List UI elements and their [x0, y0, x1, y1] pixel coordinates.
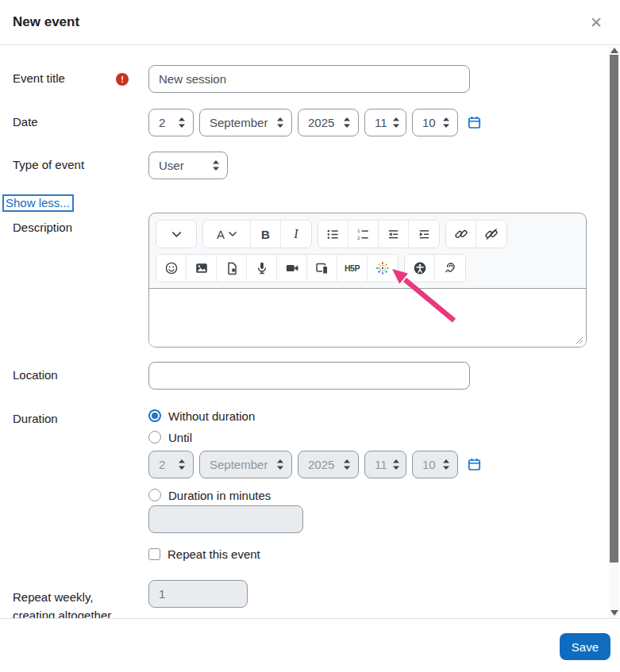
starburst-plugin-button[interactable] [368, 255, 398, 282]
show-less-link[interactable]: Show less... [2, 194, 74, 212]
event-title-input[interactable] [148, 65, 470, 93]
expand-toolbar-button[interactable] [156, 221, 196, 248]
chevron-down-icon [229, 232, 237, 237]
starburst-plugin-icon [375, 261, 390, 275]
font-menu-label: A [217, 228, 225, 241]
ear-icon [443, 261, 457, 275]
unlink-button[interactable] [476, 221, 506, 248]
modal-body: Event title ! Date 2 September 2025 [0, 45, 620, 618]
indent-button[interactable] [409, 221, 439, 248]
record-screen-button[interactable] [307, 255, 337, 282]
record-audio-button[interactable] [247, 255, 277, 282]
media-file-icon [225, 261, 239, 275]
description-row: Description A [0, 213, 620, 348]
media-file-button[interactable] [217, 255, 247, 282]
radio-icon[interactable] [148, 489, 161, 501]
repeat-row: Repeat this event [0, 547, 620, 562]
radio-checked-icon[interactable] [148, 409, 161, 422]
repeat-weekly-row: Repeat weekly, creating altogether [0, 580, 620, 618]
date-minute-select[interactable]: 10 [412, 109, 458, 136]
bold-button[interactable]: B [251, 221, 281, 248]
duration-label: Duration [0, 408, 148, 533]
without-duration-label: Without duration [168, 409, 255, 423]
event-title-label: Event title [13, 71, 65, 85]
outdent-icon [387, 228, 400, 241]
until-minute-select: 10 [412, 451, 458, 478]
save-button[interactable]: Save [560, 633, 610, 660]
bullet-list-button[interactable] [318, 221, 349, 248]
event-type-label: Type of event [0, 152, 148, 179]
date-label: Date [0, 109, 148, 136]
date-month-select[interactable]: September [199, 109, 292, 136]
svg-text:1: 1 [357, 228, 360, 233]
select-arrows-icon [212, 160, 220, 171]
new-event-modal: New event ✕ Event title ! Date 2 Septe [0, 0, 620, 672]
italic-icon: I [294, 227, 298, 241]
modal-title: New event [13, 14, 79, 30]
date-year-select[interactable]: 2025 [298, 109, 359, 136]
until-label: Until [168, 431, 192, 444]
until-date-row: 2 September 2025 11 [148, 451, 620, 478]
until-calendar-icon[interactable] [467, 457, 482, 472]
font-menu-button[interactable]: A [203, 221, 251, 248]
event-type-select[interactable]: User [148, 152, 228, 179]
screenreader-helper-button[interactable] [435, 255, 465, 282]
required-icon: ! [116, 73, 129, 86]
scrollbar[interactable] [609, 46, 619, 618]
duration-minutes-label: Duration in minutes [168, 489, 271, 502]
screen-devices-icon [315, 261, 329, 275]
location-label: Location [0, 362, 148, 390]
select-arrows-icon [392, 459, 400, 470]
link-button[interactable] [446, 221, 476, 248]
resize-handle-icon[interactable] [576, 336, 583, 344]
editor-toolbar: A B I 12 [149, 213, 586, 282]
outdent-button[interactable] [379, 221, 409, 248]
bullet-list-icon [326, 228, 340, 241]
select-arrows-icon [442, 459, 450, 470]
repeat-event-option[interactable]: Repeat this event [148, 547, 620, 562]
video-camera-icon [285, 261, 299, 275]
duration-minutes-input [148, 505, 303, 533]
select-arrows-icon [276, 117, 284, 128]
description-label: Description [0, 213, 148, 348]
location-row: Location [0, 362, 620, 390]
until-option[interactable]: Until [148, 429, 620, 445]
image-button[interactable] [187, 255, 217, 282]
close-icon[interactable]: ✕ [585, 13, 607, 32]
record-video-button[interactable] [277, 255, 307, 282]
scrollbar-up-icon[interactable] [610, 48, 618, 53]
italic-button[interactable]: I [281, 221, 311, 248]
editor-content-area[interactable] [149, 288, 586, 347]
radio-icon[interactable] [148, 431, 161, 444]
until-hour-select: 11 [364, 451, 406, 478]
numbered-list-button[interactable]: 12 [349, 221, 379, 248]
location-input[interactable] [148, 362, 470, 390]
modal-header: New event ✕ [0, 0, 620, 45]
unlink-icon [484, 227, 499, 241]
date-hour-select[interactable]: 11 [364, 109, 406, 136]
without-duration-option[interactable]: Without duration [148, 408, 620, 424]
rich-text-editor: A B I 12 [148, 213, 587, 348]
scrollbar-thumb[interactable] [610, 55, 618, 563]
select-arrows-icon [442, 117, 450, 128]
event-title-row: Event title ! [0, 65, 620, 93]
until-day-select: 2 [148, 451, 194, 478]
h5p-icon: H5P [345, 263, 360, 273]
repeat-count-input [148, 580, 248, 608]
show-less-row: Show less... [2, 194, 620, 212]
select-arrows-icon [343, 117, 351, 128]
select-arrows-icon [343, 459, 351, 470]
date-day-select[interactable]: 2 [148, 109, 194, 136]
accessibility-checker-button[interactable] [405, 255, 435, 282]
emoticon-button[interactable] [156, 255, 187, 282]
date-calendar-icon[interactable] [467, 115, 482, 130]
checkbox-icon[interactable] [148, 548, 160, 560]
until-month-select: September [199, 451, 292, 478]
select-arrows-icon [276, 459, 284, 470]
scrollbar-down-icon[interactable] [610, 610, 618, 616]
modal-footer: Save [0, 618, 620, 672]
repeat-event-label: Repeat this event [168, 547, 260, 561]
duration-minutes-option[interactable]: Duration in minutes [148, 487, 620, 503]
h5p-button[interactable]: H5P [337, 255, 368, 282]
select-arrows-icon [178, 117, 186, 128]
